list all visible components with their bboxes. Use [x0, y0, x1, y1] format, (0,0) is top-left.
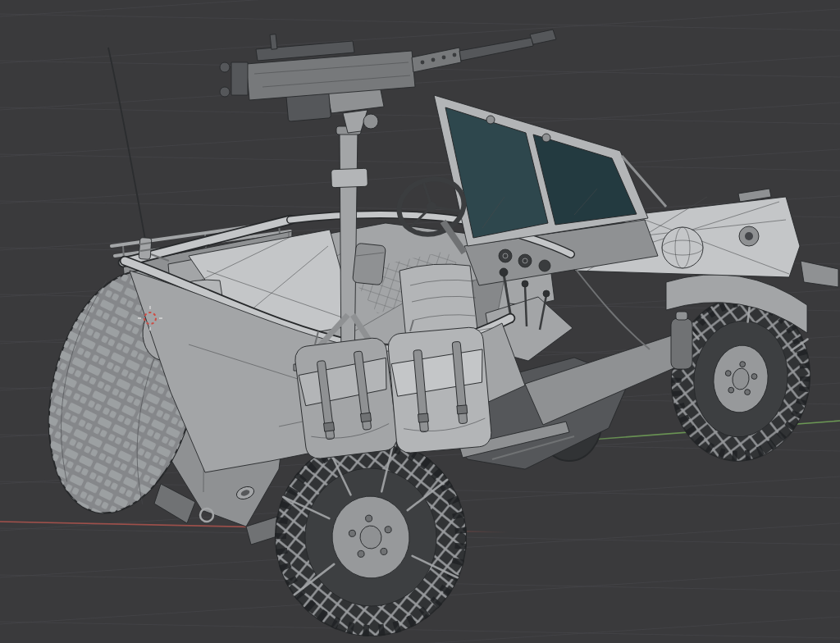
jeep-model[interactable] — [0, 0, 840, 643]
bag-left — [294, 336, 399, 460]
headlight — [662, 227, 703, 268]
fuel-canister — [671, 318, 692, 369]
ammo-pouch — [353, 243, 386, 285]
gun-barrel — [459, 38, 533, 61]
spade-grip — [220, 62, 230, 72]
side-rope — [574, 267, 650, 349]
spade-grip — [220, 87, 230, 97]
muzzle — [530, 30, 556, 44]
antenna — [108, 48, 169, 261]
barrel-sleeve — [412, 48, 461, 72]
rear-sight — [270, 34, 277, 50]
frame-knob — [542, 134, 550, 142]
bag-right — [387, 326, 492, 454]
front-bumper — [801, 261, 838, 287]
frame-knob — [486, 116, 495, 124]
rear-left-wheel — [266, 430, 476, 643]
3d-viewport[interactable] — [0, 0, 840, 643]
